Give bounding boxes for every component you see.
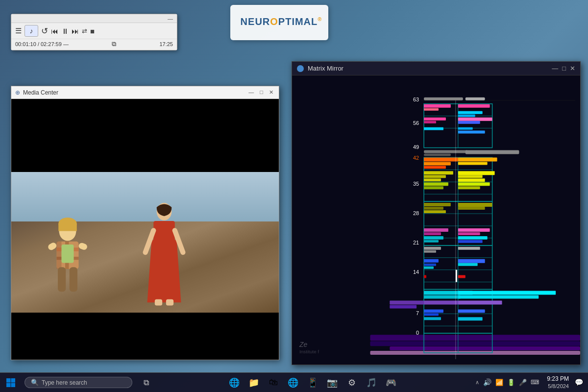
svg-rect-84: [424, 228, 448, 232]
svg-rect-107: [424, 275, 426, 278]
svg-rect-48: [424, 153, 451, 156]
tray-microphone-icon[interactable]: 🎤: [519, 379, 527, 386]
svg-rect-105: [424, 267, 434, 269]
svg-rect-89: [458, 236, 488, 240]
svg-rect-100: [424, 250, 436, 253]
music-note-icon[interactable]: ♪: [24, 25, 38, 37]
taskbar-phone-button[interactable]: 📱: [304, 374, 321, 392]
svg-rect-69: [458, 182, 490, 186]
mini-player-title-bar: —: [11, 14, 177, 23]
svg-rect-125: [424, 313, 439, 316]
tray-volume-icon[interactable]: 🔊: [483, 378, 491, 386]
svg-rect-58: [458, 157, 497, 161]
matrix-close-button[interactable]: ✕: [570, 65, 575, 72]
svg-rect-86: [424, 232, 441, 235]
svg-text:14: 14: [413, 269, 419, 275]
svg-rect-57: [424, 162, 451, 165]
svg-rect-118: [458, 295, 539, 298]
media-player-mini-window: — ☰ ♪ ↺ ⏮ ⏸ ⏭ ⇄ ■ 00:01:10 / 02:27:59 — …: [11, 14, 177, 50]
start-button[interactable]: [0, 373, 22, 392]
svg-rect-13: [47, 242, 57, 251]
matrix-mirror-title-bar: Matrix Mirror — □ ✕: [292, 62, 580, 75]
svg-rect-60: [424, 166, 446, 169]
search-placeholder-text: Type here search: [42, 379, 87, 386]
matrix-maximize-button[interactable]: □: [562, 65, 566, 72]
window-close-button[interactable]: ✕: [268, 89, 275, 96]
mini-minimize-button[interactable]: —: [166, 16, 175, 22]
svg-rect-130: [370, 341, 580, 346]
task-view-button[interactable]: ⧉: [137, 374, 155, 392]
svg-rect-71: [458, 186, 480, 189]
pause-button[interactable]: ⏸: [61, 27, 69, 35]
tray-time-text: 9:23 PM: [547, 375, 569, 383]
svg-text:Institute f: Institute f: [299, 349, 319, 354]
shuffle-button[interactable]: ⇄: [82, 27, 87, 35]
repeat-button[interactable]: ↺: [41, 26, 48, 36]
neuroptimal-logo-panel: NEUROPTIMAL®: [230, 5, 328, 40]
tray-chevron[interactable]: ∧: [475, 379, 479, 386]
taskbar-search-box[interactable]: 🔍 Type here search: [24, 377, 132, 388]
prev-button[interactable]: ⏮: [51, 27, 58, 35]
next-button[interactable]: ⏭: [72, 27, 79, 35]
svg-rect-17: [69, 267, 77, 292]
svg-rect-139: [11, 378, 16, 383]
video-letterbox-top: [11, 99, 279, 177]
taskbar-camera-button[interactable]: 📷: [323, 374, 341, 392]
window-minimize-button[interactable]: —: [247, 89, 255, 96]
svg-rect-104: [458, 263, 478, 266]
svg-text:21: 21: [413, 240, 419, 245]
svg-rect-38: [458, 111, 483, 114]
svg-rect-40: [424, 118, 446, 121]
svg-rect-79: [458, 203, 492, 207]
matrix-window-controls: — □ ✕: [552, 65, 575, 72]
svg-rect-16: [58, 267, 66, 292]
taskbar-edge-button[interactable]: 🌐: [225, 374, 243, 392]
menu-button[interactable]: ☰: [15, 26, 22, 35]
taskbar-media-button[interactable]: 🎵: [363, 374, 380, 392]
svg-text:28: 28: [413, 210, 419, 216]
svg-rect-81: [458, 207, 485, 210]
media-center-icon: ⊕: [15, 89, 20, 96]
svg-text:42: 42: [413, 155, 419, 161]
matrix-minimize-button[interactable]: —: [552, 65, 558, 72]
taskbar-explorer-button[interactable]: 📁: [245, 374, 263, 392]
svg-rect-80: [424, 207, 443, 210]
svg-rect-35: [424, 104, 451, 108]
svg-rect-85: [458, 228, 490, 232]
task-view-icon: ⧉: [144, 378, 149, 387]
window-maximize-button[interactable]: □: [258, 89, 265, 96]
svg-rect-15: [61, 245, 74, 263]
svg-text:49: 49: [413, 144, 419, 150]
svg-rect-43: [458, 121, 480, 124]
svg-rect-65: [458, 175, 483, 178]
taskbar-settings-button[interactable]: ⚙: [343, 374, 361, 392]
window-controls: — □ ✕: [247, 89, 275, 96]
svg-text:35: 35: [413, 181, 419, 187]
svg-rect-108: [458, 275, 466, 278]
stop-button[interactable]: ■: [90, 27, 95, 35]
svg-rect-18: [153, 221, 174, 243]
tray-clock[interactable]: 9:23 PM 5/8/2024: [547, 375, 569, 390]
svg-rect-23: [166, 299, 173, 305]
desktop: — ☰ ♪ ↺ ⏮ ⏸ ⏭ ⇄ ■ 00:01:10 / 02:27:59 — …: [0, 0, 588, 392]
taskbar-store-button[interactable]: 🛍: [265, 374, 282, 392]
notification-center-button[interactable]: 💬: [575, 378, 583, 386]
extra-icon: 🎮: [386, 377, 396, 388]
taskbar-ie-button[interactable]: 🌐: [284, 374, 302, 392]
video-scene: [11, 99, 279, 360]
svg-rect-46: [458, 131, 485, 134]
tray-keyboard-icon[interactable]: ⌨: [531, 379, 539, 386]
svg-rect-49: [466, 150, 519, 154]
video-scene-content: [11, 172, 279, 313]
matrix-mirror-icon: [297, 65, 304, 72]
svg-rect-12: [58, 223, 77, 231]
svg-rect-141: [11, 383, 16, 387]
tray-battery-icon[interactable]: 🔋: [507, 379, 515, 386]
svg-rect-140: [6, 383, 11, 387]
svg-rect-39: [458, 115, 475, 117]
tray-network-icon[interactable]: 📶: [495, 379, 503, 386]
svg-rect-99: [458, 247, 480, 250]
svg-rect-6: [56, 242, 61, 269]
taskbar-extra-button[interactable]: 🎮: [382, 374, 400, 392]
mini-screen-icon[interactable]: ⧉: [112, 40, 116, 48]
